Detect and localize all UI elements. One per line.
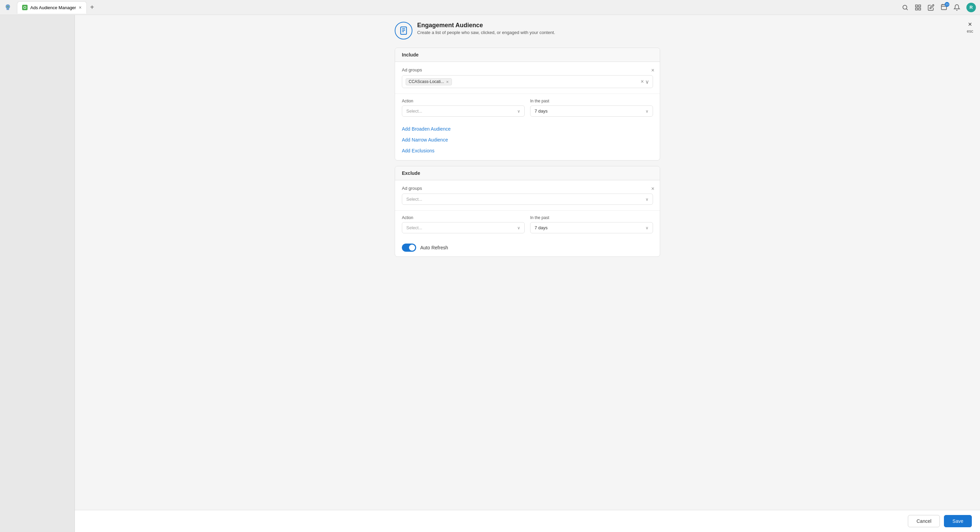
auto-refresh-toggle[interactable] [402,243,416,252]
include-tag: CCAScass-Locati... × [406,78,452,86]
sidebar [0,15,75,532]
browser-actions: 20 R [902,3,976,12]
tab-close-button[interactable]: × [79,5,81,10]
audience-description: Create a list of people who saw, clicked… [417,30,555,35]
calendar-container: 20 [940,3,947,11]
document-lines-icon [399,26,408,35]
tab-title: Ads Audience Manager [30,5,76,10]
audience-icon-circle [395,22,412,40]
svg-rect-3 [916,5,918,7]
audience-links: Add Broaden Audience Add Narrow Audience… [395,122,660,160]
include-in-the-past-select[interactable]: 7 days ∨ [530,105,653,117]
exclude-action-placeholder: Select... [406,225,422,230]
exclude-action-select[interactable]: Select... ∨ [402,222,525,233]
add-narrow-audience-link[interactable]: Add Narrow Audience [402,134,653,145]
exclude-ad-groups-card: Ad groups × Select... ∨ [395,180,660,211]
audience-title: Engagement Audience [417,22,555,29]
include-section-box: Include Ad groups × CCAScass-Locati... ×… [395,48,660,160]
include-in-the-past-col: In the past 7 days ∨ [530,98,653,117]
include-action-chevron-icon: ∨ [517,109,520,114]
toggle-slider [402,243,416,252]
new-tab-button[interactable]: + [88,3,96,11]
bottom-action-bar: Cancel Save [75,510,980,532]
include-section-header: Include [395,48,660,62]
exclude-in-the-past-chevron-icon: ∨ [646,226,649,230]
edit-icon[interactable] [928,4,934,11]
svg-point-1 [24,7,26,8]
include-in-the-past-value: 7 days [535,108,547,114]
exclude-action-label: Action [402,215,525,220]
svg-point-2 [903,5,907,9]
tab-bar: Ads Audience Manager × + [17,2,899,14]
include-in-the-past-label: In the past [530,98,653,103]
include-action-placeholder: Select... [406,108,422,114]
include-action-col: Action Select... ∨ [402,98,525,117]
exclude-in-the-past-col: In the past 7 days ∨ [530,215,653,233]
svg-rect-4 [919,5,921,7]
ads-audience-manager-tab[interactable]: Ads Audience Manager × [17,2,87,14]
exclude-in-the-past-value: 7 days [535,225,547,230]
content-area: × esc Engagement Audience Create a list … [75,15,980,532]
add-broaden-audience-link[interactable]: Add Broaden Audience [402,124,653,134]
include-clear-icon[interactable]: × [641,79,644,85]
include-ad-groups-multiselect[interactable]: CCAScass-Locati... × × ∨ [402,75,653,88]
grid-icon[interactable] [915,4,921,11]
exclude-ad-groups-close-button[interactable]: × [651,186,654,192]
exclude-action-chevron-icon: ∨ [517,226,520,230]
include-ad-groups-label: Ad groups [402,67,653,73]
close-icon: × [968,21,972,28]
exclude-ad-groups-select[interactable]: Select... ∨ [402,194,653,205]
exclude-section-header: Exclude [395,166,660,180]
svg-rect-5 [916,8,918,10]
auto-refresh-row: Auto Refresh [395,239,660,256]
exclude-section-box: Exclude Ad groups × Select... ∨ Action [395,166,660,257]
audience-info: Engagement Audience Create a list of peo… [417,22,555,35]
browser-chrome: Ads Audience Manager × + 20 R [0,0,980,15]
cancel-button[interactable]: Cancel [908,515,940,527]
bell-icon[interactable] [953,4,960,11]
include-select-controls: × ∨ [641,79,649,85]
esc-label: esc [967,29,973,34]
add-exclusions-link[interactable]: Add Exclusions [402,145,653,156]
svg-rect-6 [919,8,921,10]
include-action-label: Action [402,98,525,103]
tab-icon [22,5,27,10]
include-action-row: Action Select... ∨ In the past 7 days ∨ [395,94,660,122]
main-layout: × esc Engagement Audience Create a list … [0,15,980,532]
exclude-in-the-past-select[interactable]: 7 days ∨ [530,222,653,233]
include-tag-label: CCAScass-Locati... [409,79,444,84]
include-chevron-icon: ∨ [645,79,649,85]
include-in-the-past-chevron-icon: ∨ [646,109,649,114]
audience-header: Engagement Audience Create a list of peo… [395,22,660,40]
auto-refresh-label: Auto Refresh [420,245,448,250]
exclude-ad-groups-placeholder: Select... [406,197,422,202]
include-tag-remove-button[interactable]: × [446,79,449,84]
exclude-action-col: Action Select... ∨ [402,215,525,233]
exclude-action-row: Action Select... ∨ In the past 7 days ∨ [395,211,660,239]
user-avatar[interactable]: R [966,3,976,12]
include-ad-groups-card: Ad groups × CCAScass-Locati... × × ∨ [395,62,660,94]
search-icon[interactable] [902,4,908,11]
esc-button[interactable]: × esc [967,21,973,34]
include-action-select[interactable]: Select... ∨ [402,105,525,117]
exclude-ad-groups-label: Ad groups [402,186,653,191]
exclude-in-the-past-label: In the past [530,215,653,220]
save-button[interactable]: Save [944,515,972,527]
main-panel: Engagement Audience Create a list of peo… [388,15,667,296]
exclude-ad-groups-chevron-icon: ∨ [646,197,649,202]
calendar-badge: 20 [945,2,950,7]
include-ad-groups-close-button[interactable]: × [651,67,654,73]
sprout-logo[interactable] [4,4,11,11]
